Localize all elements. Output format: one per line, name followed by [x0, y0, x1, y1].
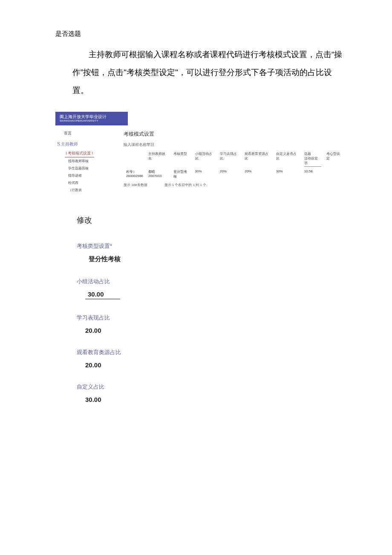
app-title: 阆上海开放大学毕业设计	[60, 114, 124, 119]
sidebar-item-guide-progress[interactable]: 指导进程	[55, 172, 119, 179]
cell-edu-pct: 20%	[242, 168, 274, 180]
input-custom-pct[interactable]: 30.00	[85, 396, 345, 403]
pagination-info: 显示 1 个条目中的 1 到 1 个.	[164, 183, 208, 187]
cell-teacher-a: 都暗	[148, 169, 168, 174]
cell-teacher-b: 2007033	[148, 174, 168, 178]
label-custom-pct: 自定义占比	[77, 383, 345, 391]
col-study-pct: 学习表现占比	[217, 150, 242, 168]
app-subtitle: SHANGHAIOPENUNIVERSITY	[60, 119, 124, 122]
sidebar-item-assessment-mode[interactable]: I 考核模式设置 I	[65, 150, 94, 157]
sidebar-section-host-teacher[interactable]: S主持教师	[55, 139, 119, 149]
sidebar-item-misc-2[interactable]: （行政农	[55, 186, 119, 194]
input-edu-pct[interactable]: 20.00	[85, 361, 345, 369]
main-panel: 考核模式设置 输入课程名称苹旧 主持教师姓名 考核类型 小组活动占比 学习表现占…	[119, 128, 345, 194]
sidebar-item-misc-1[interactable]: 杜优西	[55, 179, 119, 186]
label-study-pct: 学习表现占比	[77, 314, 345, 322]
table-header-row: 主持教师姓名 考核类型 小组活动占比 学习表现占比 观看教育资源占比 自定义是否…	[124, 150, 345, 168]
cell-course-a: 村专）	[126, 169, 143, 174]
col-topic-activity: 选题 活动设定 否	[302, 150, 324, 168]
label-group-pct: 小组活动占比	[77, 278, 345, 285]
value-assess-type[interactable]: 登分性考核	[89, 255, 345, 263]
cell-custom-pct: 30%	[274, 168, 302, 180]
col-group-pct: 小组活动占比	[193, 150, 217, 168]
page-size-label: 显示 10#条数据	[124, 183, 147, 187]
col-edu-pct: 观看教育资源占比	[242, 150, 274, 168]
cell-study-pct: 20%	[217, 168, 242, 180]
label-assess-type: 考核类型设置*	[77, 242, 345, 250]
cell-course-b: 260002986	[126, 174, 143, 178]
col-assess-type: 考核类型	[171, 150, 192, 168]
sidebar-item-advisor-review[interactable]: 指导教师审核	[55, 157, 119, 165]
form-heading: 修改	[77, 215, 345, 225]
col-teacher-name: 主持教师姓名	[146, 150, 171, 168]
search-input[interactable]: 输入课程名称苹旧	[124, 142, 154, 147]
sidebar-home[interactable]: 首页	[55, 128, 119, 139]
col-custom-pct: 自定义是否占比	[274, 150, 302, 168]
cell-assess-type: 登分型考核	[171, 168, 192, 180]
app-header: 阆上海开放大学毕业设计 SHANGHAIOPENUNIVERSITY	[55, 112, 128, 125]
cell-group-pct: 30%	[193, 168, 217, 180]
embedded-screenshot: 阆上海开放大学毕业设计 SHANGHAIOPENUNIVERSITY 首页 S主…	[55, 112, 345, 193]
cell-time: 10:58	[302, 168, 324, 180]
sidebar-item-student-topic[interactable]: 学生选题面核	[55, 165, 119, 172]
assessment-table: 主持教师姓名 考核类型 小组活动占比 学习表现占比 观看教育资源占比 自定义是否…	[124, 150, 345, 180]
label-edu-pct: 观看教育奥源占比	[77, 349, 345, 356]
intro-paragraph: 主持教师可根据输入课程名称或者课程代码进行考核模式设置，点击“操作”按钮，点击"…	[72, 46, 345, 99]
page-title: 考核模式设置	[124, 128, 345, 142]
section-label: 主持教师	[61, 142, 78, 146]
sidebar: 首页 S主持教师 I 考核模式设置 I 指导教师审核 学生选题面核 指导进程 杜…	[55, 128, 119, 194]
table-row: 村专） 260002986 都暗 2007033 登分型考核 30% 20% 2…	[124, 168, 345, 180]
edit-form: 修改 考核类型设置* 登分性考核 小组活动占比 30.00 学习表现占比 20.…	[77, 215, 345, 403]
input-group-pct[interactable]: 30.00	[85, 291, 120, 299]
input-study-pct[interactable]: 20.00	[85, 327, 345, 334]
col-type-setup: 考心型设定	[324, 150, 345, 168]
topic-flag-label: 是否选题	[55, 30, 345, 38]
section-letter-icon: S	[57, 140, 60, 147]
